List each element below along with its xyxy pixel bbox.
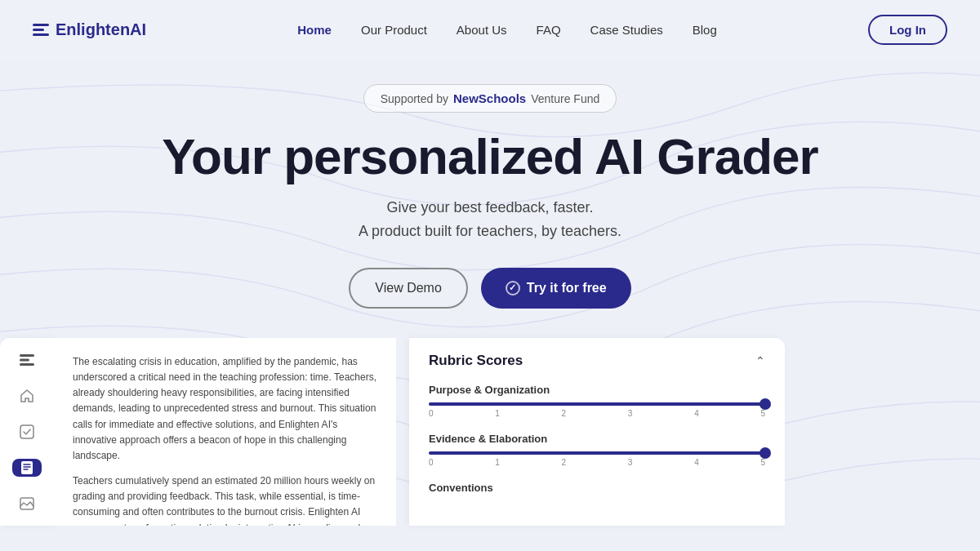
sidebar-image-icon[interactable] — [12, 495, 42, 513]
badge-suffix: Venture Fund — [531, 92, 599, 105]
rubric-label-purpose: Purpose & Organization — [429, 384, 765, 396]
nav-blog[interactable]: Blog — [693, 23, 717, 37]
rubric-chevron-icon[interactable]: ⌃ — [755, 354, 765, 367]
slider-track-evidence — [429, 451, 765, 455]
badge-brand: NewSchools — [453, 91, 526, 105]
rubric-label-conventions: Conventions — [429, 482, 765, 494]
nav-faq[interactable]: FAQ — [537, 23, 561, 37]
try-free-label: Try it for free — [527, 281, 607, 295]
rubric-header: Rubric Scores ⌃ — [429, 353, 765, 369]
text-panel: The escalating crisis in education, ampl… — [53, 338, 396, 526]
text-para2: Teachers cumulatively spend an estimated… — [73, 473, 376, 526]
main-nav: Home Our Product About Us FAQ Case Studi… — [297, 23, 717, 37]
hero-subtext: Give your best feedback, faster. A produ… — [0, 196, 980, 243]
check-circle-icon: ✓ — [506, 281, 520, 295]
supported-badge: Supported by NewSchools Venture Fund — [363, 84, 617, 113]
login-button[interactable]: Log In — [868, 15, 947, 45]
text-para1: The escalating crisis in education, ampl… — [73, 354, 376, 464]
slider-thumb-purpose — [760, 398, 771, 410]
hero-section: Supported by NewSchools Venture Fund You… — [0, 60, 980, 309]
slider-purpose[interactable]: 0 1 2 3 4 5 — [429, 402, 765, 418]
svg-rect-4 — [21, 461, 33, 474]
try-free-button[interactable]: ✓ Try it for free — [481, 268, 631, 309]
badge-prefix: Supported by — [381, 92, 448, 105]
slider-thumb-evidence — [760, 447, 771, 459]
slider-ticks-evidence: 0 1 2 3 4 5 — [429, 458, 765, 467]
view-demo-button[interactable]: View Demo — [349, 268, 468, 309]
slider-ticks-purpose: 0 1 2 3 4 5 — [429, 409, 765, 418]
slider-track-purpose — [429, 402, 765, 406]
slider-fill-purpose — [429, 402, 765, 406]
nav-about[interactable]: About Us — [457, 23, 507, 37]
rubric-label-evidence: Evidence & Elaboration — [429, 433, 765, 445]
hero-subline2: A product built for teachers, by teacher… — [0, 220, 980, 243]
sidebar-list-icon[interactable] — [12, 351, 42, 369]
nav-product[interactable]: Our Product — [361, 23, 427, 37]
logo-text: EnlightenAI — [56, 20, 146, 39]
header: EnlightenAI Home Our Product About Us FA… — [0, 0, 980, 60]
sidebar-doc-icon[interactable] — [12, 459, 42, 477]
hero-headline: Your personalized AI Grader — [0, 129, 980, 184]
nav-home[interactable]: Home — [297, 23, 332, 37]
svg-rect-1 — [20, 358, 29, 361]
sidebar-check-icon[interactable] — [12, 423, 42, 441]
logo-icon — [33, 24, 49, 36]
rubric-panel: Rubric Scores ⌃ Purpose & Organization 0… — [409, 338, 785, 526]
hero-buttons: View Demo ✓ Try it for free — [0, 268, 980, 309]
bottom-panel: The escalating crisis in education, ampl… — [0, 338, 980, 526]
svg-rect-2 — [20, 363, 34, 366]
nav-case-studies[interactable]: Case Studies — [590, 23, 663, 37]
hero-subline1: Give your best feedback, faster. — [0, 196, 980, 220]
slider-evidence[interactable]: 0 1 2 3 4 5 — [429, 451, 765, 467]
rubric-item-purpose: Purpose & Organization 0 1 2 3 4 5 — [429, 384, 765, 418]
rubric-item-conventions: Conventions — [429, 482, 765, 494]
left-sidebar — [0, 338, 53, 526]
sidebar-home-icon[interactable] — [12, 387, 42, 405]
rubric-item-evidence: Evidence & Elaboration 0 1 2 3 4 5 — [429, 433, 765, 467]
svg-rect-3 — [20, 425, 33, 438]
svg-rect-0 — [20, 354, 34, 357]
rubric-title: Rubric Scores — [429, 353, 523, 369]
slider-fill-evidence — [429, 451, 765, 455]
logo[interactable]: EnlightenAI — [33, 20, 146, 39]
